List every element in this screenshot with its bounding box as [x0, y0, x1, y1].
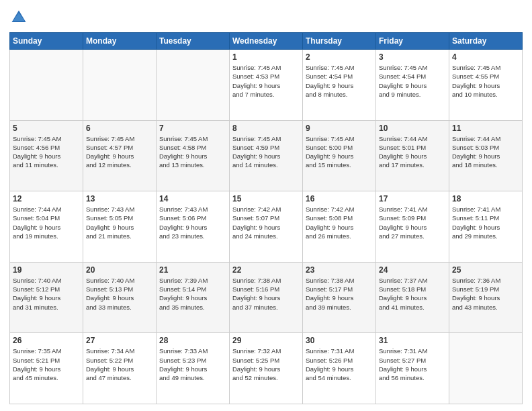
day-cell: 10Sunrise: 7:44 AM Sunset: 5:01 PM Dayli…: [376, 120, 449, 191]
day-number: 12: [13, 194, 80, 203]
day-cell: [10, 50, 83, 121]
day-number: 26: [13, 336, 80, 345]
logo-icon: [9, 8, 28, 27]
day-number: 17: [379, 194, 446, 203]
day-cell: 26Sunrise: 7:35 AM Sunset: 5:21 PM Dayli…: [10, 333, 83, 404]
day-info: Sunrise: 7:45 AM Sunset: 4:53 PM Dayligh…: [232, 63, 300, 99]
day-number: 18: [452, 194, 519, 203]
day-cell: 17Sunrise: 7:41 AM Sunset: 5:09 PM Dayli…: [376, 191, 449, 263]
day-info: Sunrise: 7:40 AM Sunset: 5:12 PM Dayligh…: [13, 276, 80, 312]
day-cell: 16Sunrise: 7:42 AM Sunset: 5:08 PM Dayli…: [303, 191, 376, 263]
weekday-sunday: Sunday: [10, 33, 83, 50]
day-info: Sunrise: 7:41 AM Sunset: 5:09 PM Dayligh…: [379, 205, 446, 240]
day-cell: 3Sunrise: 7:45 AM Sunset: 4:54 PM Daylig…: [376, 50, 449, 121]
day-cell: 4Sunrise: 7:45 AM Sunset: 4:55 PM Daylig…: [449, 50, 523, 121]
week-row-5: 26Sunrise: 7:35 AM Sunset: 5:21 PM Dayli…: [10, 333, 523, 404]
calendar-body: 1Sunrise: 7:45 AM Sunset: 4:53 PM Daylig…: [10, 50, 523, 404]
day-cell: 30Sunrise: 7:31 AM Sunset: 5:26 PM Dayli…: [303, 333, 376, 404]
day-cell: 21Sunrise: 7:39 AM Sunset: 5:14 PM Dayli…: [157, 262, 230, 333]
day-number: 21: [159, 265, 226, 275]
day-cell: 12Sunrise: 7:44 AM Sunset: 5:04 PM Dayli…: [10, 191, 83, 263]
day-info: Sunrise: 7:45 AM Sunset: 4:55 PM Dayligh…: [452, 63, 519, 99]
day-cell: 7Sunrise: 7:45 AM Sunset: 4:58 PM Daylig…: [157, 120, 230, 191]
day-cell: [157, 50, 230, 121]
day-cell: 22Sunrise: 7:38 AM Sunset: 5:16 PM Dayli…: [230, 262, 303, 333]
week-row-1: 1Sunrise: 7:45 AM Sunset: 4:53 PM Daylig…: [10, 50, 523, 121]
day-cell: 1Sunrise: 7:45 AM Sunset: 4:53 PM Daylig…: [230, 50, 303, 121]
day-cell: 5Sunrise: 7:45 AM Sunset: 4:56 PM Daylig…: [10, 120, 83, 191]
day-info: Sunrise: 7:41 AM Sunset: 5:11 PM Dayligh…: [452, 205, 519, 240]
day-info: Sunrise: 7:44 AM Sunset: 5:04 PM Dayligh…: [13, 205, 80, 240]
day-info: Sunrise: 7:35 AM Sunset: 5:21 PM Dayligh…: [13, 347, 80, 382]
logo: [9, 8, 31, 27]
day-info: Sunrise: 7:32 AM Sunset: 5:25 PM Dayligh…: [232, 347, 300, 382]
weekday-saturday: Saturday: [449, 33, 523, 50]
day-number: 2: [306, 52, 373, 62]
day-cell: 18Sunrise: 7:41 AM Sunset: 5:11 PM Dayli…: [449, 191, 523, 263]
week-row-3: 12Sunrise: 7:44 AM Sunset: 5:04 PM Dayli…: [10, 191, 523, 263]
day-info: Sunrise: 7:45 AM Sunset: 5:00 PM Dayligh…: [306, 134, 373, 170]
day-number: 4: [452, 52, 519, 62]
weekday-friday: Friday: [376, 33, 449, 50]
day-cell: 28Sunrise: 7:33 AM Sunset: 5:23 PM Dayli…: [157, 333, 230, 404]
day-cell: [83, 50, 157, 121]
weekday-row: SundayMondayTuesdayWednesdayThursdayFrid…: [10, 33, 523, 50]
day-info: Sunrise: 7:38 AM Sunset: 5:16 PM Dayligh…: [232, 276, 300, 312]
day-info: Sunrise: 7:45 AM Sunset: 4:54 PM Dayligh…: [306, 63, 373, 99]
day-number: 5: [13, 124, 80, 133]
weekday-thursday: Thursday: [303, 33, 376, 50]
day-cell: 20Sunrise: 7:40 AM Sunset: 5:13 PM Dayli…: [83, 262, 157, 333]
day-number: 28: [159, 336, 226, 345]
day-info: Sunrise: 7:44 AM Sunset: 5:03 PM Dayligh…: [452, 134, 519, 170]
weekday-tuesday: Tuesday: [157, 33, 230, 50]
day-cell: [449, 333, 523, 404]
day-cell: 19Sunrise: 7:40 AM Sunset: 5:12 PM Dayli…: [10, 262, 83, 333]
day-number: 9: [306, 124, 373, 133]
day-info: Sunrise: 7:34 AM Sunset: 5:22 PM Dayligh…: [86, 347, 153, 382]
day-cell: 9Sunrise: 7:45 AM Sunset: 5:00 PM Daylig…: [303, 120, 376, 191]
day-number: 29: [232, 336, 300, 345]
day-number: 19: [13, 265, 80, 275]
day-number: 14: [159, 194, 226, 203]
day-info: Sunrise: 7:45 AM Sunset: 4:59 PM Dayligh…: [232, 134, 300, 170]
day-cell: 11Sunrise: 7:44 AM Sunset: 5:03 PM Dayli…: [449, 120, 523, 191]
day-number: 25: [452, 265, 519, 275]
day-info: Sunrise: 7:36 AM Sunset: 5:19 PM Dayligh…: [452, 276, 519, 312]
day-info: Sunrise: 7:45 AM Sunset: 4:56 PM Dayligh…: [13, 134, 80, 170]
day-info: Sunrise: 7:37 AM Sunset: 5:18 PM Dayligh…: [379, 276, 446, 312]
calendar-header: SundayMondayTuesdayWednesdayThursdayFrid…: [10, 33, 523, 50]
day-info: Sunrise: 7:43 AM Sunset: 5:06 PM Dayligh…: [159, 205, 226, 240]
day-info: Sunrise: 7:42 AM Sunset: 5:08 PM Dayligh…: [306, 205, 373, 240]
day-info: Sunrise: 7:45 AM Sunset: 4:54 PM Dayligh…: [379, 63, 446, 99]
day-info: Sunrise: 7:31 AM Sunset: 5:26 PM Dayligh…: [306, 347, 373, 382]
day-number: 13: [86, 194, 153, 203]
weekday-wednesday: Wednesday: [230, 33, 303, 50]
day-number: 6: [86, 124, 153, 133]
day-info: Sunrise: 7:45 AM Sunset: 4:58 PM Dayligh…: [159, 134, 226, 170]
day-cell: 2Sunrise: 7:45 AM Sunset: 4:54 PM Daylig…: [303, 50, 376, 121]
day-number: 15: [232, 194, 300, 203]
page: SundayMondayTuesdayWednesdayThursdayFrid…: [0, 0, 532, 411]
svg-marker-1: [13, 13, 25, 21]
day-number: 1: [232, 52, 300, 62]
day-cell: 29Sunrise: 7:32 AM Sunset: 5:25 PM Dayli…: [230, 333, 303, 404]
day-cell: 8Sunrise: 7:45 AM Sunset: 4:59 PM Daylig…: [230, 120, 303, 191]
day-number: 8: [232, 124, 300, 133]
week-row-2: 5Sunrise: 7:45 AM Sunset: 4:56 PM Daylig…: [10, 120, 523, 191]
day-cell: 15Sunrise: 7:42 AM Sunset: 5:07 PM Dayli…: [230, 191, 303, 263]
week-row-4: 19Sunrise: 7:40 AM Sunset: 5:12 PM Dayli…: [10, 262, 523, 333]
day-cell: 31Sunrise: 7:31 AM Sunset: 5:27 PM Dayli…: [376, 333, 449, 404]
weekday-monday: Monday: [83, 33, 157, 50]
day-number: 16: [306, 194, 373, 203]
day-number: 3: [379, 52, 446, 62]
day-number: 23: [306, 265, 373, 275]
day-number: 22: [232, 265, 300, 275]
day-cell: 13Sunrise: 7:43 AM Sunset: 5:05 PM Dayli…: [83, 191, 157, 263]
day-info: Sunrise: 7:39 AM Sunset: 5:14 PM Dayligh…: [159, 276, 226, 312]
day-info: Sunrise: 7:33 AM Sunset: 5:23 PM Dayligh…: [159, 347, 226, 382]
day-info: Sunrise: 7:44 AM Sunset: 5:01 PM Dayligh…: [379, 134, 446, 170]
day-number: 31: [379, 336, 446, 345]
day-cell: 24Sunrise: 7:37 AM Sunset: 5:18 PM Dayli…: [376, 262, 449, 333]
day-info: Sunrise: 7:31 AM Sunset: 5:27 PM Dayligh…: [379, 347, 446, 382]
day-number: 24: [379, 265, 446, 275]
